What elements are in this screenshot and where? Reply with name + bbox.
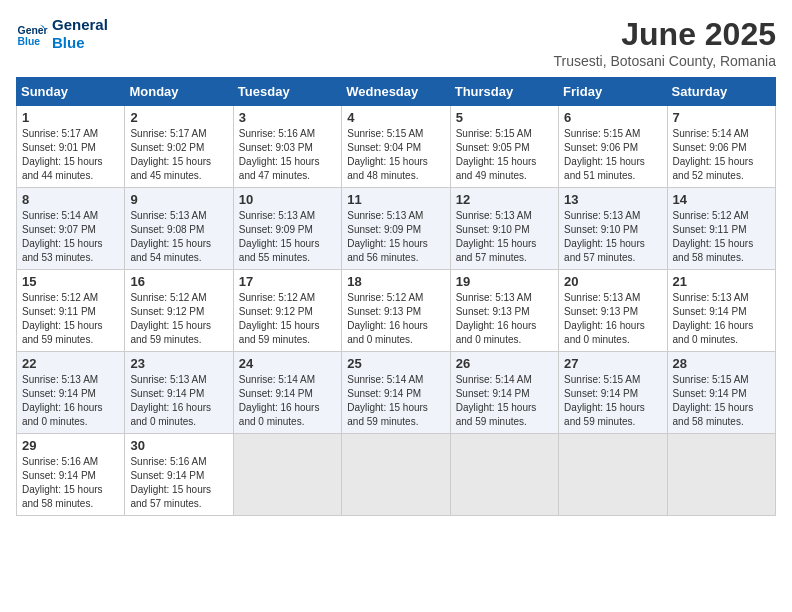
day-number: 16	[130, 274, 227, 289]
day-number: 10	[239, 192, 336, 207]
day-number: 30	[130, 438, 227, 453]
calendar-cell: 4 Sunrise: 5:15 AM Sunset: 9:04 PM Dayli…	[342, 106, 450, 188]
day-number: 3	[239, 110, 336, 125]
day-number: 13	[564, 192, 661, 207]
calendar-cell: 9 Sunrise: 5:13 AM Sunset: 9:08 PM Dayli…	[125, 188, 233, 270]
calendar-subtitle: Trusesti, Botosani County, Romania	[553, 53, 776, 69]
day-number: 25	[347, 356, 444, 371]
calendar-cell: 17 Sunrise: 5:12 AM Sunset: 9:12 PM Dayl…	[233, 270, 341, 352]
day-info: Sunrise: 5:12 AM Sunset: 9:11 PM Dayligh…	[673, 209, 770, 265]
day-info: Sunrise: 5:13 AM Sunset: 9:10 PM Dayligh…	[564, 209, 661, 265]
calendar-row: 22 Sunrise: 5:13 AM Sunset: 9:14 PM Dayl…	[17, 352, 776, 434]
calendar-title: June 2025	[553, 16, 776, 53]
empty-cell	[342, 434, 450, 516]
empty-cell	[233, 434, 341, 516]
col-tuesday: Tuesday	[233, 78, 341, 106]
day-number: 22	[22, 356, 119, 371]
header-row: Sunday Monday Tuesday Wednesday Thursday…	[17, 78, 776, 106]
calendar-row: 1 Sunrise: 5:17 AM Sunset: 9:01 PM Dayli…	[17, 106, 776, 188]
day-number: 7	[673, 110, 770, 125]
calendar-cell: 13 Sunrise: 5:13 AM Sunset: 9:10 PM Dayl…	[559, 188, 667, 270]
day-info: Sunrise: 5:13 AM Sunset: 9:09 PM Dayligh…	[347, 209, 444, 265]
day-info: Sunrise: 5:13 AM Sunset: 9:13 PM Dayligh…	[564, 291, 661, 347]
calendar-cell: 30 Sunrise: 5:16 AM Sunset: 9:14 PM Dayl…	[125, 434, 233, 516]
calendar-cell: 22 Sunrise: 5:13 AM Sunset: 9:14 PM Dayl…	[17, 352, 125, 434]
calendar-cell: 14 Sunrise: 5:12 AM Sunset: 9:11 PM Dayl…	[667, 188, 775, 270]
col-sunday: Sunday	[17, 78, 125, 106]
day-info: Sunrise: 5:14 AM Sunset: 9:14 PM Dayligh…	[456, 373, 553, 429]
day-info: Sunrise: 5:17 AM Sunset: 9:01 PM Dayligh…	[22, 127, 119, 183]
day-number: 6	[564, 110, 661, 125]
calendar-body: 1 Sunrise: 5:17 AM Sunset: 9:01 PM Dayli…	[17, 106, 776, 516]
calendar-cell: 1 Sunrise: 5:17 AM Sunset: 9:01 PM Dayli…	[17, 106, 125, 188]
day-info: Sunrise: 5:13 AM Sunset: 9:10 PM Dayligh…	[456, 209, 553, 265]
day-info: Sunrise: 5:14 AM Sunset: 9:06 PM Dayligh…	[673, 127, 770, 183]
empty-cell	[667, 434, 775, 516]
day-number: 17	[239, 274, 336, 289]
day-info: Sunrise: 5:12 AM Sunset: 9:12 PM Dayligh…	[239, 291, 336, 347]
svg-text:Blue: Blue	[18, 36, 41, 47]
calendar-cell: 18 Sunrise: 5:12 AM Sunset: 9:13 PM Dayl…	[342, 270, 450, 352]
col-monday: Monday	[125, 78, 233, 106]
day-number: 1	[22, 110, 119, 125]
calendar-cell: 6 Sunrise: 5:15 AM Sunset: 9:06 PM Dayli…	[559, 106, 667, 188]
day-info: Sunrise: 5:12 AM Sunset: 9:13 PM Dayligh…	[347, 291, 444, 347]
day-info: Sunrise: 5:14 AM Sunset: 9:14 PM Dayligh…	[239, 373, 336, 429]
calendar-row: 29 Sunrise: 5:16 AM Sunset: 9:14 PM Dayl…	[17, 434, 776, 516]
calendar-cell: 11 Sunrise: 5:13 AM Sunset: 9:09 PM Dayl…	[342, 188, 450, 270]
day-number: 11	[347, 192, 444, 207]
calendar-cell: 10 Sunrise: 5:13 AM Sunset: 9:09 PM Dayl…	[233, 188, 341, 270]
day-info: Sunrise: 5:16 AM Sunset: 9:14 PM Dayligh…	[130, 455, 227, 511]
day-number: 21	[673, 274, 770, 289]
calendar-cell: 29 Sunrise: 5:16 AM Sunset: 9:14 PM Dayl…	[17, 434, 125, 516]
logo-line1: General	[52, 16, 108, 34]
logo: General Blue General Blue	[16, 16, 108, 52]
day-info: Sunrise: 5:14 AM Sunset: 9:07 PM Dayligh…	[22, 209, 119, 265]
logo-line2: Blue	[52, 34, 108, 52]
calendar-cell: 27 Sunrise: 5:15 AM Sunset: 9:14 PM Dayl…	[559, 352, 667, 434]
day-number: 20	[564, 274, 661, 289]
day-info: Sunrise: 5:15 AM Sunset: 9:06 PM Dayligh…	[564, 127, 661, 183]
day-number: 23	[130, 356, 227, 371]
header: General Blue General Blue June 2025 Trus…	[16, 16, 776, 69]
day-number: 19	[456, 274, 553, 289]
day-number: 28	[673, 356, 770, 371]
day-number: 15	[22, 274, 119, 289]
calendar-table: Sunday Monday Tuesday Wednesday Thursday…	[16, 77, 776, 516]
day-number: 26	[456, 356, 553, 371]
calendar-cell: 25 Sunrise: 5:14 AM Sunset: 9:14 PM Dayl…	[342, 352, 450, 434]
logo-icon: General Blue	[16, 18, 48, 50]
title-area: June 2025 Trusesti, Botosani County, Rom…	[553, 16, 776, 69]
calendar-cell: 24 Sunrise: 5:14 AM Sunset: 9:14 PM Dayl…	[233, 352, 341, 434]
empty-cell	[559, 434, 667, 516]
col-saturday: Saturday	[667, 78, 775, 106]
calendar-cell: 5 Sunrise: 5:15 AM Sunset: 9:05 PM Dayli…	[450, 106, 558, 188]
day-number: 5	[456, 110, 553, 125]
day-info: Sunrise: 5:13 AM Sunset: 9:14 PM Dayligh…	[130, 373, 227, 429]
day-info: Sunrise: 5:15 AM Sunset: 9:04 PM Dayligh…	[347, 127, 444, 183]
calendar-cell: 16 Sunrise: 5:12 AM Sunset: 9:12 PM Dayl…	[125, 270, 233, 352]
day-number: 18	[347, 274, 444, 289]
day-info: Sunrise: 5:13 AM Sunset: 9:08 PM Dayligh…	[130, 209, 227, 265]
calendar-cell: 2 Sunrise: 5:17 AM Sunset: 9:02 PM Dayli…	[125, 106, 233, 188]
day-number: 27	[564, 356, 661, 371]
day-number: 8	[22, 192, 119, 207]
calendar-cell: 19 Sunrise: 5:13 AM Sunset: 9:13 PM Dayl…	[450, 270, 558, 352]
day-info: Sunrise: 5:13 AM Sunset: 9:14 PM Dayligh…	[673, 291, 770, 347]
day-number: 29	[22, 438, 119, 453]
day-number: 2	[130, 110, 227, 125]
day-info: Sunrise: 5:12 AM Sunset: 9:11 PM Dayligh…	[22, 291, 119, 347]
day-info: Sunrise: 5:15 AM Sunset: 9:14 PM Dayligh…	[673, 373, 770, 429]
col-friday: Friday	[559, 78, 667, 106]
calendar-cell: 8 Sunrise: 5:14 AM Sunset: 9:07 PM Dayli…	[17, 188, 125, 270]
day-info: Sunrise: 5:14 AM Sunset: 9:14 PM Dayligh…	[347, 373, 444, 429]
day-info: Sunrise: 5:17 AM Sunset: 9:02 PM Dayligh…	[130, 127, 227, 183]
col-wednesday: Wednesday	[342, 78, 450, 106]
empty-cell	[450, 434, 558, 516]
calendar-row: 15 Sunrise: 5:12 AM Sunset: 9:11 PM Dayl…	[17, 270, 776, 352]
day-number: 24	[239, 356, 336, 371]
calendar-cell: 23 Sunrise: 5:13 AM Sunset: 9:14 PM Dayl…	[125, 352, 233, 434]
col-thursday: Thursday	[450, 78, 558, 106]
day-number: 12	[456, 192, 553, 207]
calendar-cell: 21 Sunrise: 5:13 AM Sunset: 9:14 PM Dayl…	[667, 270, 775, 352]
